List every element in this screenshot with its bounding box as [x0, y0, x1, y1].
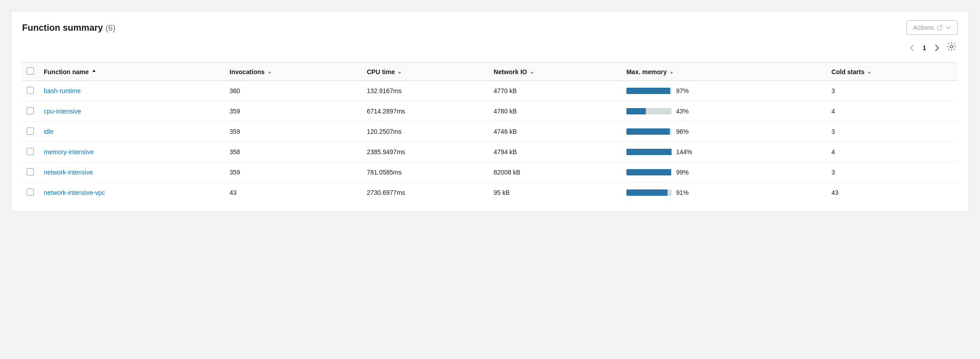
table-row: idle359120.2507ms4746 kB96%3	[22, 122, 958, 142]
invocations-cell: 359	[224, 101, 361, 122]
actions-button[interactable]: Actions	[906, 20, 958, 35]
memory-bar-track	[626, 149, 672, 155]
col-header-cpu-time: CPU time	[361, 63, 488, 81]
row-checkbox[interactable]	[27, 107, 34, 114]
max-memory-cell: 91%	[621, 183, 826, 203]
memory-bar-fill	[626, 88, 670, 94]
max-memory-cell: 43%	[621, 101, 826, 122]
cold-starts-cell: 4	[826, 142, 958, 162]
function-name-link[interactable]: network-intensive-vpc	[44, 189, 105, 196]
memory-bar-fill	[626, 169, 671, 175]
function-name-link[interactable]: bash-runtime	[44, 87, 81, 94]
cold-starts-cell: 3	[826, 122, 958, 142]
memory-pct-label: 96%	[676, 128, 695, 135]
row-checkbox[interactable]	[27, 189, 34, 196]
header-actions: Actions	[906, 20, 958, 35]
memory-bar-fill	[626, 108, 646, 114]
table-row: bash-runtime360132.9167ms4770 kB97%3	[22, 81, 958, 101]
memory-bar-track	[626, 108, 672, 114]
chevron-right-icon	[935, 45, 939, 51]
sort-desc-icon-cold	[867, 69, 872, 75]
prev-page-button[interactable]	[907, 43, 916, 53]
pagination-bar: 1	[22, 40, 958, 55]
table-row: cpu-intensive3596714.2897ms4780 kB43%4	[22, 101, 958, 122]
col-header-network-io: Network IO	[488, 63, 621, 81]
memory-pct-label: 144%	[676, 148, 695, 156]
row-checkbox[interactable]	[27, 168, 34, 175]
col-header-cold-starts: Cold starts	[826, 63, 958, 81]
memory-bar-track	[626, 169, 672, 175]
cpu-time-cell: 6714.2897ms	[361, 101, 488, 122]
panel-title: Function summary (6)	[22, 23, 115, 33]
sort-asc-icon	[92, 69, 96, 75]
table-header-row: Function name Invocations	[22, 63, 958, 81]
invocations-cell: 359	[224, 122, 361, 142]
network-io-cell: 82008 kB	[488, 162, 621, 183]
memory-bar-track	[626, 128, 672, 135]
cpu-time-cell: 2730.6977ms	[361, 183, 488, 203]
sort-desc-icon-mem	[669, 69, 674, 75]
invocations-cell: 360	[224, 81, 361, 101]
select-all-checkbox[interactable]	[27, 67, 34, 75]
external-link-icon	[937, 24, 943, 31]
function-name-link[interactable]: network-intensive	[44, 169, 93, 176]
max-memory-cell: 97%	[621, 81, 826, 101]
svg-point-0	[950, 45, 953, 48]
panel-header: Function summary (6) Actions	[22, 20, 958, 35]
network-io-cell: 4746 kB	[488, 122, 621, 142]
functions-table: Function name Invocations	[22, 62, 958, 203]
max-memory-cell: 144%	[621, 142, 826, 162]
cpu-time-cell: 781.0585ms	[361, 162, 488, 183]
current-page: 1	[920, 44, 929, 52]
col-header-function-name: Function name	[38, 63, 224, 81]
row-checkbox[interactable]	[27, 128, 34, 135]
memory-bar-track	[626, 88, 672, 94]
invocations-cell: 43	[224, 183, 361, 203]
max-memory-cell: 99%	[621, 162, 826, 183]
table-row: network-intensive-vpc432730.6977ms95 kB9…	[22, 183, 958, 203]
table-row: network-intensive359781.0585ms82008 kB99…	[22, 162, 958, 183]
sort-desc-icon	[267, 69, 272, 75]
invocations-cell: 358	[224, 142, 361, 162]
sort-desc-icon-net	[530, 69, 534, 75]
cold-starts-cell: 43	[826, 183, 958, 203]
cold-starts-cell: 3	[826, 162, 958, 183]
chevron-left-icon	[910, 45, 914, 51]
function-name-link[interactable]: idle	[44, 128, 54, 135]
gear-icon	[947, 42, 956, 51]
memory-bar-fill	[626, 189, 667, 196]
cpu-time-cell: 132.9167ms	[361, 81, 488, 101]
network-io-cell: 4770 kB	[488, 81, 621, 101]
memory-pct-label: 43%	[676, 108, 695, 115]
row-checkbox[interactable]	[27, 87, 34, 94]
memory-bar-fill	[626, 128, 670, 135]
chevron-down-icon	[946, 26, 951, 29]
cold-starts-cell: 3	[826, 81, 958, 101]
function-summary-panel: Function summary (6) Actions	[11, 11, 969, 212]
title-text: Function summary (6)	[22, 23, 115, 33]
memory-pct-label: 91%	[676, 189, 695, 196]
settings-button[interactable]	[945, 40, 958, 55]
max-memory-cell: 96%	[621, 122, 826, 142]
memory-bar-fill	[626, 149, 672, 155]
function-name-link[interactable]: memory-intensive	[44, 148, 93, 156]
select-all-cell	[22, 63, 38, 81]
network-io-cell: 95 kB	[488, 183, 621, 203]
table-row: memory-intensive3582385.9497ms4794 kB144…	[22, 142, 958, 162]
next-page-button[interactable]	[933, 43, 942, 53]
col-header-invocations: Invocations	[224, 63, 361, 81]
actions-label: Actions	[913, 24, 934, 31]
sort-desc-icon-cpu	[397, 69, 402, 75]
memory-pct-label: 97%	[676, 87, 695, 94]
col-header-max-memory: Max. memory	[621, 63, 826, 81]
memory-pct-label: 99%	[676, 169, 695, 176]
network-io-cell: 4794 kB	[488, 142, 621, 162]
function-name-link[interactable]: cpu-intensive	[44, 108, 81, 115]
row-checkbox[interactable]	[27, 148, 34, 155]
memory-bar-track	[626, 189, 672, 196]
cpu-time-cell: 120.2507ms	[361, 122, 488, 142]
cpu-time-cell: 2385.9497ms	[361, 142, 488, 162]
count-badge: (6)	[105, 24, 115, 33]
cold-starts-cell: 4	[826, 101, 958, 122]
invocations-cell: 359	[224, 162, 361, 183]
